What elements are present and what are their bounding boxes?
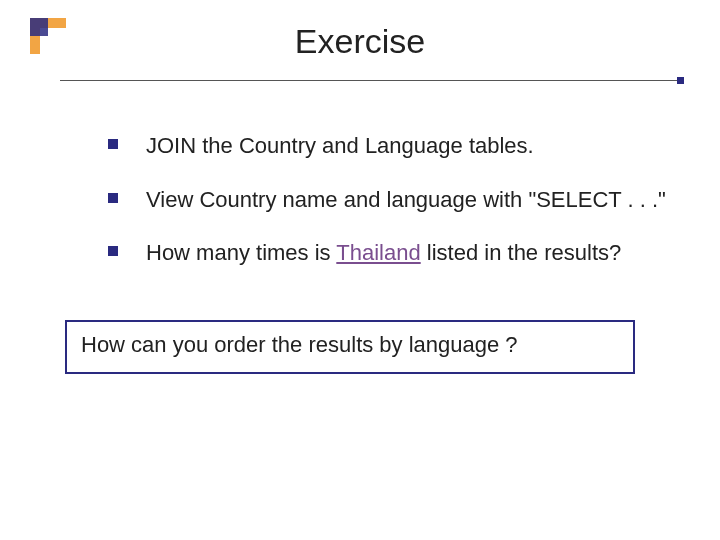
list-item: View Country name and language with "SEL…: [108, 185, 680, 215]
bullet-text: How many times is: [146, 240, 336, 265]
title-underline: [60, 80, 680, 81]
list-item: JOIN the Country and Language tables.: [108, 131, 680, 161]
bullet-text: View Country name and language with "SEL…: [146, 187, 628, 212]
slide: Exercise JOIN the Country and Language t…: [0, 0, 720, 540]
list-item: How many times is Thailand listed in the…: [108, 238, 680, 268]
bullet-list: JOIN the Country and Language tables. Vi…: [68, 131, 680, 292]
bullet-text: JOIN the Country and Language tables.: [146, 133, 534, 158]
bullet-highlight: Thailand: [336, 240, 420, 265]
bullet-text: ": [658, 187, 666, 212]
slide-title: Exercise: [0, 22, 720, 61]
square-bullet-icon: [108, 246, 118, 256]
question-box: How can you order the results by languag…: [65, 320, 635, 374]
square-bullet-icon: [108, 139, 118, 149]
bullet-text: listed in the results?: [421, 240, 622, 265]
square-bullet-icon: [108, 193, 118, 203]
bullet-ellipsis: . . .: [628, 187, 659, 212]
